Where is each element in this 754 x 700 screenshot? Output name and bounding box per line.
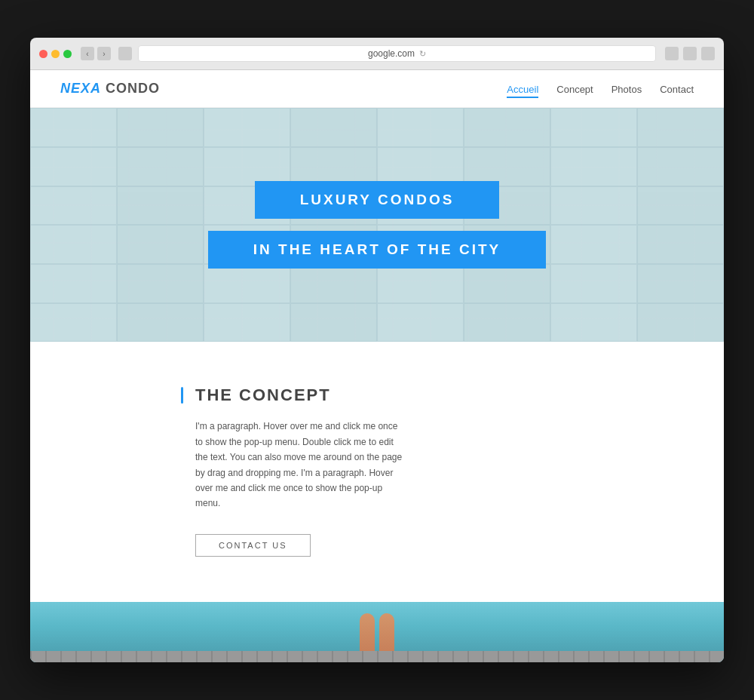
url-bar[interactable]: google.com ↻ xyxy=(138,45,656,62)
concept-title: THE CONCEPT xyxy=(195,387,331,404)
concept-border-accent xyxy=(181,387,183,404)
browser-toolbar: ‹ › google.com ↻ xyxy=(30,38,724,70)
pool-tiles xyxy=(30,651,724,662)
site-logo: NEXA CONDO xyxy=(60,81,160,97)
nav-link-concept[interactable]: Concept xyxy=(556,84,593,95)
forward-button[interactable]: › xyxy=(97,47,111,60)
grid-button[interactable] xyxy=(118,47,132,60)
hero-banner-1: LUXURY CONDOS xyxy=(255,181,500,219)
pool-section xyxy=(30,602,724,662)
concept-header: THE CONCEPT xyxy=(181,387,694,404)
site-nav: NEXA CONDO Accueil Concept Photos Contac… xyxy=(30,70,724,108)
hero-banner-2: IN THE HEART OF THE CITY xyxy=(208,231,547,269)
nav-links: Accueil Concept Photos Contact xyxy=(507,82,694,96)
concept-section: THE CONCEPT I'm a paragraph. Hover over … xyxy=(30,342,724,601)
browser-window: ‹ › google.com ↻ NEXA CONDO Accueil Conc… xyxy=(30,38,724,662)
hero-content: LUXURY CONDOS IN THE HEART OF THE CITY xyxy=(208,181,547,269)
bookmark-button[interactable] xyxy=(683,47,697,60)
logo-nexa: NEXA xyxy=(60,81,101,96)
browser-actions xyxy=(665,47,715,60)
nav-link-contact[interactable]: Contact xyxy=(660,84,694,95)
nav-link-photos[interactable]: Photos xyxy=(611,84,642,95)
dot-yellow[interactable] xyxy=(51,50,60,58)
logo-condo: CONDO xyxy=(106,81,160,96)
url-text: google.com xyxy=(368,48,415,59)
share-button[interactable] xyxy=(665,47,679,60)
back-button[interactable]: ‹ xyxy=(81,47,94,60)
hero-section: LUXURY CONDOS IN THE HEART OF THE CITY xyxy=(30,108,724,342)
contact-us-button[interactable]: CONTACT US xyxy=(195,534,311,557)
new-tab-button[interactable] xyxy=(701,47,715,60)
dot-red[interactable] xyxy=(39,50,48,58)
website: NEXA CONDO Accueil Concept Photos Contac… xyxy=(30,70,724,662)
browser-dots xyxy=(39,50,72,58)
refresh-icon[interactable]: ↻ xyxy=(419,49,426,59)
dot-green[interactable] xyxy=(63,50,72,58)
browser-nav-buttons: ‹ › xyxy=(81,47,111,60)
concept-body: I'm a paragraph. Hover over me and click… xyxy=(195,419,406,511)
nav-link-accueil[interactable]: Accueil xyxy=(507,84,538,98)
